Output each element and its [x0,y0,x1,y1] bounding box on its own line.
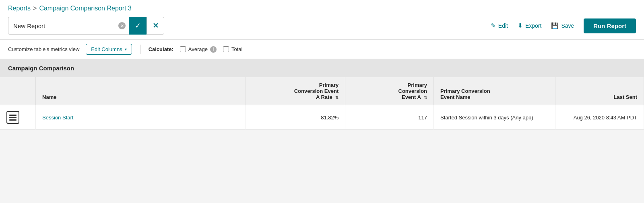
average-checkbox[interactable] [180,46,186,52]
edit-columns-label: Edit Columns [91,46,122,52]
breadcrumb-home[interactable]: Reports [8,5,31,12]
th-pce-rate[interactable]: PrimaryConversion EventA Rate ⇅ [246,77,345,105]
th-name: Name [36,77,246,105]
icon-line-3 [9,119,17,121]
toolbar: ✕ ✓ ✕ ✎ Edit ⬇ Export 💾 Save Run Report [8,17,636,39]
check-icon: ✓ [135,21,141,30]
td-pce-rate: 81.82% [246,105,345,130]
export-icon: ⬇ [518,22,523,29]
total-label: Total [231,46,242,52]
table-section-title: Campaign Comparison [8,65,74,72]
divider [140,45,140,54]
campaign-icon [6,111,19,124]
average-checkbox-group: Average i [180,46,217,53]
run-report-button[interactable]: Run Report [584,18,636,33]
td-pce: 117 [345,105,434,130]
breadcrumb-separator: > [33,5,37,12]
toolbar-left: ✕ ✓ ✕ [8,17,164,35]
th-last-sent: Last Sent [555,77,644,105]
edit-icon: ✎ [491,22,496,29]
campaign-table: Name PrimaryConversion EventA Rate ⇅ Pri… [0,77,644,130]
th-checkbox [0,77,36,105]
save-icon: 💾 [551,22,559,29]
total-checkbox[interactable] [223,46,229,52]
average-label: Average [188,46,208,52]
customize-label: Customize table's metrics view [8,46,79,52]
cancel-button[interactable]: ✕ [147,17,164,35]
chevron-down-icon: ▾ [125,47,127,51]
report-name-wrapper: ✕ [8,17,129,35]
td-name: Session Start [36,105,246,130]
breadcrumb-current[interactable]: Campaign Comparison Report 3 [39,5,131,12]
toolbar-right: ✎ Edit ⬇ Export 💾 Save Run Report [491,18,636,33]
clear-input-button[interactable]: ✕ [118,22,126,29]
report-name-input[interactable] [8,17,129,35]
total-checkbox-group: Total [223,46,242,52]
icon-line-2 [9,117,17,118]
save-action[interactable]: 💾 Save [551,22,574,29]
info-icon[interactable]: i [210,46,217,53]
confirm-button[interactable]: ✓ [129,17,147,35]
sort-icon-pce: ⇅ [424,95,427,100]
edit-action[interactable]: ✎ Edit [491,22,508,29]
table-row: Session Start 81.82% 117 Started Session… [0,105,644,130]
export-action[interactable]: ⬇ Export [518,22,541,29]
metrics-bar: Customize table's metrics view Edit Colu… [0,40,644,59]
td-pcen: Started Session within 3 days (Any app) [434,105,555,130]
save-label: Save [561,23,574,29]
td-last-sent: Aug 26, 2020 8:43 AM PDT [555,105,644,130]
icon-line-1 [9,115,17,116]
sort-icon-pce-rate: ⇅ [335,95,339,100]
table-body: Session Start 81.82% 117 Started Session… [0,105,644,130]
breadcrumb: Reports > Campaign Comparison Report 3 [8,5,636,12]
table-section: Campaign Comparison Name PrimaryConversi… [0,59,644,130]
edit-label: Edit [498,23,508,29]
th-pce[interactable]: PrimaryConversionEvent A ⇅ [345,77,434,105]
table-header-row: Name PrimaryConversion EventA Rate ⇅ Pri… [0,77,644,105]
th-pcen: Primary ConversionEvent Name [434,77,555,105]
table-header-section: Campaign Comparison [0,59,644,77]
x-icon: ✕ [153,21,159,30]
campaign-name-link[interactable]: Session Start [42,115,73,121]
export-label: Export [525,23,541,29]
calculate-label: Calculate: [149,46,173,52]
td-icon [0,105,36,130]
edit-columns-button[interactable]: Edit Columns ▾ [86,44,132,55]
